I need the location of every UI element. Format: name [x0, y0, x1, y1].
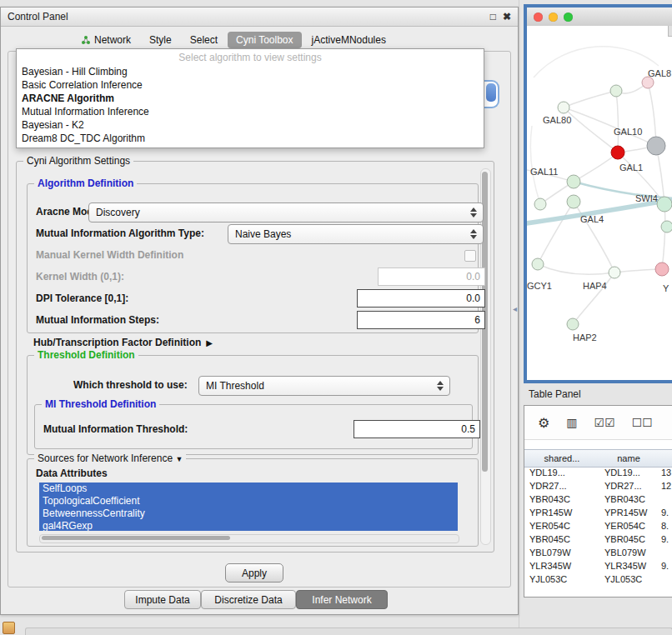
which-threshold-label: Which threshold to use: [73, 379, 188, 391]
mi-steps-input[interactable]: 6 [357, 311, 485, 329]
close-traffic-light-icon[interactable] [534, 12, 543, 22]
network-node[interactable] [647, 137, 665, 155]
aracne-mode-value: Discovery [96, 207, 140, 218]
network-node-gal10[interactable] [611, 146, 624, 159]
cell-name: YDL19... [604, 466, 640, 479]
hub-section-toggle[interactable]: Hub/Transcription Factor Definition ▶ [33, 337, 213, 348]
mi-threshold-input[interactable]: 0.5 [354, 420, 480, 438]
node-label: GAL11 [530, 167, 558, 177]
cell-shared-name: YDR27... [529, 479, 567, 492]
tab-impute-data-label: Impute Data [135, 594, 189, 606]
network-node[interactable] [558, 102, 569, 113]
mi-type-select[interactable]: Naive Bayes [228, 224, 484, 244]
cell-name: YPR145W [604, 506, 647, 519]
network-canvas[interactable]: GAL8 GAL80 GAL10 GAL11 GAL1 SWI4 GAL4 GC… [527, 26, 672, 380]
dropdown-item[interactable]: Basic Correlation Inference [17, 78, 484, 92]
float-window-icon[interactable]: □ [490, 12, 496, 22]
top-tab-bar: Network Style Select Cyni Toolbox jActiv… [73, 31, 394, 49]
column-header-shared-name[interactable]: shared... [524, 449, 600, 468]
dropdown-item[interactable]: Dream8 DC_TDC Algorithm [17, 132, 484, 145]
mi-steps-value: 6 [474, 314, 480, 326]
network-node[interactable] [609, 267, 620, 278]
table-panel-window: ⚙ ▥ ☑☑ ☐☐ shared... name YDL19... YDL19.… [524, 405, 672, 598]
network-node[interactable] [567, 318, 579, 330]
columns-icon[interactable]: ▥ [566, 416, 577, 429]
cell-extra: 9. [661, 532, 669, 546]
cell-extra: 12 [661, 479, 671, 492]
network-node[interactable] [610, 85, 622, 97]
network-node[interactable] [567, 175, 580, 188]
tab-select-label: Select [190, 34, 218, 46]
mi-type-value: Naive Bayes [235, 228, 291, 240]
tab-cyni-toolbox[interactable]: Cyni Toolbox [228, 32, 301, 48]
network-node[interactable] [532, 258, 544, 270]
table-row[interactable]: YPR145W YPR145W 9. [524, 506, 672, 519]
node-label: GAL4 [580, 214, 604, 224]
table-row[interactable]: YBR045C YBR045C 9. [524, 532, 672, 546]
mi-threshold-label: Mutual Information Threshold: [43, 423, 188, 435]
manual-kernel-checkbox[interactable] [464, 250, 476, 262]
select-all-icon[interactable]: ☑☑ [594, 416, 615, 429]
column-header-name[interactable]: name [599, 449, 659, 468]
cell-extra: 9. [661, 559, 669, 572]
settings-group-title: Cyni Algorithm Settings [23, 155, 133, 167]
which-threshold-select[interactable]: MI Threshold [198, 376, 450, 396]
combo-arrows-icon [434, 381, 449, 391]
network-node[interactable] [567, 195, 580, 208]
network-node[interactable] [661, 221, 672, 232]
node-label: SWI4 [635, 193, 658, 203]
manual-kernel-label: Manual Kernel Width Definition [36, 249, 183, 261]
mi-threshold-group: MI Threshold Definition Mutual Informati… [34, 404, 473, 449]
gear-icon[interactable]: ⚙ [538, 415, 549, 431]
tab-discretize-data[interactable]: Discretize Data [201, 590, 296, 609]
table-row[interactable]: YER054C YER054C 8. [524, 519, 672, 532]
minimize-traffic-light-icon[interactable] [549, 12, 558, 22]
table-row[interactable]: YLR345W YLR345W 9. [524, 559, 672, 572]
tab-style[interactable]: Style [141, 32, 180, 48]
combo-button-icon [486, 83, 496, 102]
table-row[interactable]: YDR27... YDR27... 12 [524, 479, 672, 492]
kernel-width-input[interactable]: 0.0 [378, 268, 485, 286]
network-view-window: GAL8 GAL80 GAL10 GAL11 GAL1 SWI4 GAL4 GC… [524, 4, 672, 383]
sources-title-text: Sources for Network Inference [38, 452, 173, 464]
zoom-traffic-light-icon[interactable] [564, 12, 573, 22]
attribute-item-selected[interactable]: BetweennessCentrality [39, 508, 458, 520]
apply-button[interactable]: Apply [225, 563, 283, 582]
cell-shared-name: YJL053C [529, 572, 567, 586]
divider-collapse-icon[interactable]: ◂ [513, 304, 517, 313]
minimized-window-icon[interactable] [3, 622, 15, 634]
sources-group-title[interactable]: Sources for Network Inference ▼ [34, 452, 186, 464]
panel-divider [519, 0, 519, 635]
attribute-item-selected[interactable]: SelfLoops [39, 482, 458, 495]
attribute-item-selected[interactable]: gal4RGexp [39, 520, 458, 531]
dpi-tolerance-input[interactable]: 0.0 [357, 289, 485, 308]
tab-select[interactable]: Select [182, 32, 226, 48]
table-row[interactable]: YBR043C YBR043C [524, 492, 672, 506]
close-window-icon[interactable]: ✖ [503, 12, 511, 22]
dropdown-item[interactable]: Bayesian - K2 [17, 118, 484, 132]
tab-style-label: Style [149, 34, 172, 46]
tab-impute-data[interactable]: Impute Data [124, 590, 201, 609]
scrollbar-thumb[interactable] [42, 536, 230, 540]
attributes-horizontal-scrollbar[interactable] [39, 534, 459, 543]
cell-extra: 8. [661, 519, 669, 532]
table-row[interactable]: YJL053C YJL053C [524, 572, 672, 586]
column-header-partial[interactable] [658, 449, 672, 468]
network-node[interactable] [534, 198, 546, 210]
attribute-item-selected[interactable]: TopologicalCoefficient [39, 495, 458, 508]
table-row[interactable]: YDL19... YDL19... 13 [524, 466, 672, 479]
tab-network[interactable]: Network [73, 32, 139, 48]
network-icon [81, 35, 91, 45]
table-row[interactable]: YBL079W YBL079W [524, 546, 672, 559]
tab-jactivemnodules[interactable]: jActiveMNodules [303, 32, 394, 48]
deselect-all-icon[interactable]: ☐☐ [632, 416, 653, 429]
network-node[interactable] [655, 262, 669, 276]
dropdown-item-selected[interactable]: ARACNE Algorithm [17, 92, 484, 105]
dropdown-item[interactable]: Mutual Information Inference [17, 105, 484, 118]
mi-threshold-group-title: MI Threshold Definition [42, 398, 159, 410]
aracne-mode-select[interactable]: Discovery [88, 202, 484, 222]
network-node[interactable] [657, 197, 672, 212]
tab-infer-network[interactable]: Infer Network [296, 590, 388, 609]
dropdown-item[interactable]: Bayesian - Hill Climbing [17, 65, 484, 78]
network-node[interactable] [642, 77, 654, 88]
